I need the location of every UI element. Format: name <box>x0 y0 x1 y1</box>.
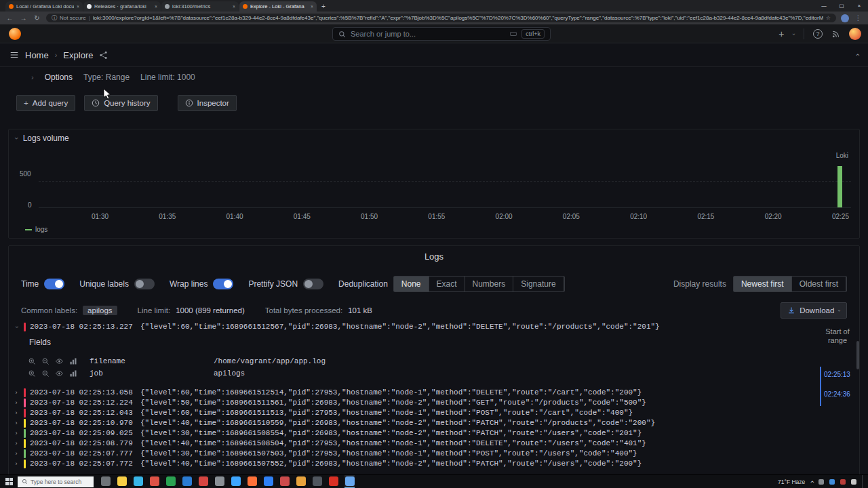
taskbar-app-icon[interactable] <box>198 475 208 488</box>
log-row[interactable]: › 2023-07-18 02:25:09.025 {"level":30,"t… <box>13 428 817 439</box>
log-row-expand-icon[interactable]: › <box>13 419 20 428</box>
field-stats-icon[interactable] <box>69 369 77 378</box>
log-row[interactable]: › 2023-07-18 02:25:12.043 {"level":60,"t… <box>13 408 817 418</box>
taskbar-app-icon[interactable] <box>100 475 111 488</box>
deduplication-option[interactable]: Exact <box>429 277 465 291</box>
deduplication-option[interactable]: Signature <box>513 277 564 291</box>
grafana-search-box[interactable]: Search or jump to... ctrl+k <box>332 27 551 41</box>
filter-out-value-icon[interactable] <box>41 357 50 365</box>
bookmark-star-icon[interactable]: ☆ <box>826 15 831 21</box>
taskbar-app-icon[interactable] <box>165 475 176 488</box>
query-history-button[interactable]: Query history <box>84 95 157 111</box>
display-results-option[interactable]: Oldest first <box>792 277 846 291</box>
help-icon[interactable]: ? <box>813 29 823 39</box>
toggle-switch[interactable] <box>44 279 64 289</box>
add-query-button[interactable]: + Add query <box>16 95 75 111</box>
toggle-switch[interactable] <box>303 279 323 289</box>
log-row-expand-icon[interactable]: › <box>13 409 20 418</box>
taskbar-app-icon[interactable] <box>182 475 192 488</box>
logs-volume-collapse-icon[interactable]: › <box>13 137 21 140</box>
menu-hamburger-icon[interactable] <box>9 50 19 60</box>
taskbar-app-icon[interactable] <box>279 475 290 488</box>
weather-label[interactable]: 71°F Haze <box>778 479 805 485</box>
browser-menu-icon[interactable]: ⋮ <box>854 14 863 22</box>
taskbar-app-icon[interactable] <box>312 475 322 488</box>
tab-close-icon[interactable]: × <box>233 4 235 9</box>
toggle-visibility-eye-icon[interactable] <box>55 357 64 365</box>
tray-icon[interactable] <box>840 479 846 485</box>
log-nav-time-bottom[interactable]: 02:24:36 <box>824 390 850 398</box>
inspector-button[interactable]: Inspector <box>178 95 237 111</box>
toggle-switch[interactable] <box>134 279 155 289</box>
new-menu-caret-icon[interactable]: › <box>791 33 797 35</box>
browser-tab[interactable]: Explore - Loki - Grafana × <box>239 1 317 12</box>
taskbar-app-icon[interactable] <box>117 475 127 488</box>
new-tab-button[interactable]: + <box>317 1 330 12</box>
browser-back-icon[interactable]: ← <box>5 14 14 22</box>
toggle-visibility-eye-icon[interactable] <box>55 369 64 378</box>
log-row[interactable]: › 2023-07-18 02:25:13.058 {"level":60,"t… <box>13 388 817 398</box>
log-row-expand-icon[interactable]: › <box>13 449 20 458</box>
taskbar-search[interactable]: Type here to search <box>18 476 94 487</box>
log-row[interactable]: › 2023-07-18 02:25:07.777 {"level":30,"t… <box>13 449 817 459</box>
log-row-expand-icon[interactable]: › <box>13 439 20 448</box>
log-row-expand-icon[interactable]: › <box>13 388 20 397</box>
log-row[interactable]: › 2023-07-18 02:25:07.772 {"level":40,"t… <box>13 459 817 469</box>
grafana-logo-icon[interactable] <box>9 28 21 40</box>
browser-profile-avatar[interactable] <box>841 14 849 22</box>
browser-tab[interactable]: Releases · grafana/loki × <box>83 1 161 12</box>
logs-volume-bar[interactable] <box>837 166 842 207</box>
chart-legend[interactable]: logs <box>25 226 47 233</box>
news-icon[interactable] <box>831 30 840 39</box>
log-navigation-rail[interactable]: Start of range 02:25:13 02:24:36 <box>818 322 855 447</box>
log-row-expand-icon[interactable]: › <box>13 460 20 468</box>
tray-icon[interactable] <box>851 479 856 485</box>
new-menu-icon[interactable]: + <box>778 28 784 39</box>
taskbar-app-icon[interactable] <box>247 475 257 488</box>
log-row[interactable]: › 2023-07-18 02:25:10.970 {"level":40,"t… <box>13 418 817 428</box>
deduplication-option[interactable]: None <box>394 277 429 291</box>
taskbar-app-icon[interactable] <box>149 475 159 488</box>
options-label[interactable]: Options <box>45 73 73 82</box>
url-bar[interactable]: ⓘ Not secure | loki:3000/explore?orgId=1… <box>46 14 836 22</box>
log-nav-time-top[interactable]: 02:25:13 <box>824 371 850 378</box>
deduplication-option[interactable]: Numbers <box>465 277 514 291</box>
breadcrumb-home[interactable]: Home <box>25 50 49 60</box>
log-row[interactable]: › 2023-07-18 02:25:08.779 {"level":40,"t… <box>13 439 817 449</box>
breadcrumb-explore[interactable]: Explore <box>63 50 93 60</box>
download-button[interactable]: Download › <box>781 302 847 319</box>
user-avatar[interactable] <box>849 28 861 40</box>
tab-close-icon[interactable]: × <box>77 4 79 9</box>
taskbar-app-icon[interactable] <box>263 475 273 488</box>
common-labels-badge[interactable]: apilogs <box>83 306 117 315</box>
scrollbar-thumb[interactable] <box>856 341 859 369</box>
browser-tab[interactable]: Local / Grafana Loki documenta × <box>5 1 83 12</box>
window-maximize-button[interactable]: ▢ <box>833 0 850 12</box>
tray-icon[interactable] <box>829 479 835 485</box>
log-row-expand-icon[interactable]: › <box>13 429 20 438</box>
tray-icon[interactable] <box>818 479 824 485</box>
window-minimize-button[interactable]: — <box>815 0 833 12</box>
window-close-button[interactable]: × <box>850 0 868 12</box>
browser-reload-icon[interactable]: ↻ <box>33 14 41 22</box>
taskbar-app-icon[interactable] <box>133 475 143 488</box>
tab-close-icon[interactable]: × <box>311 4 313 9</box>
filter-out-value-icon[interactable] <box>41 369 50 378</box>
display-results-option[interactable]: Newest first <box>734 277 792 291</box>
log-row[interactable]: › 2023-07-18 02:25:12.224 {"level":50,"t… <box>13 398 817 408</box>
site-info-icon[interactable]: ⓘ <box>52 14 57 22</box>
share-icon[interactable] <box>99 51 108 60</box>
options-expand-icon[interactable]: › <box>31 73 34 81</box>
filter-for-value-icon[interactable] <box>28 369 36 378</box>
browser-tab[interactable]: loki:3100/metrics × <box>161 1 239 12</box>
taskbar-app-icon[interactable] <box>328 475 338 488</box>
tray-overflow-icon[interactable]: › <box>808 481 816 483</box>
start-button[interactable] <box>0 478 18 485</box>
collapse-section-icon[interactable]: › <box>853 54 861 56</box>
log-row-expanded[interactable]: › 2023-07-18 02:25:13.227 {"level":60,"t… <box>13 322 817 332</box>
taskbar-app-icon[interactable] <box>296 475 306 488</box>
log-row-collapse-icon[interactable]: › <box>13 324 21 331</box>
log-row-expand-icon[interactable]: › <box>13 399 20 407</box>
tab-close-icon[interactable]: × <box>155 4 157 9</box>
logs-volume-header[interactable]: › Logs volume <box>16 134 69 143</box>
